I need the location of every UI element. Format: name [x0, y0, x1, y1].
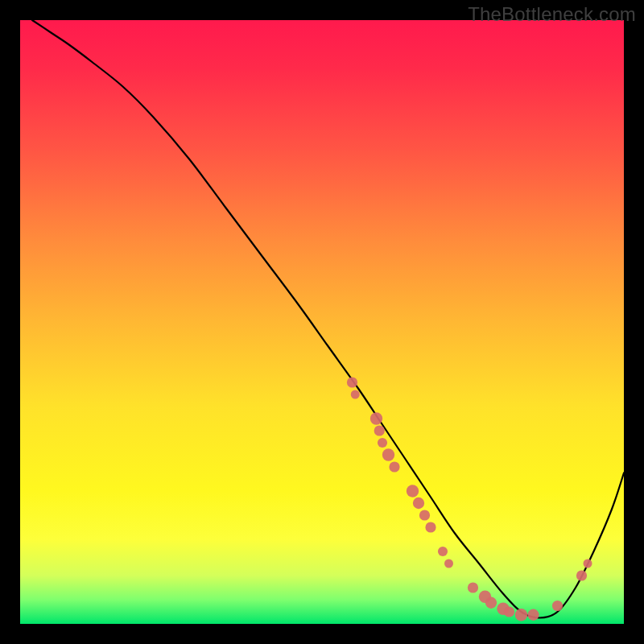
- scatter-dot: [407, 485, 419, 497]
- scatter-dot: [389, 461, 399, 472]
- scatter-dot: [347, 377, 357, 387]
- scatter-dot: [468, 582, 478, 592]
- scatter-dot: [351, 390, 360, 399]
- scatter-dot: [438, 547, 448, 556]
- scatter-dot: [370, 412, 382, 424]
- scatter-group: [347, 377, 592, 621]
- scatter-dot: [515, 609, 527, 621]
- scatter-dot: [485, 597, 497, 609]
- scatter-dot: [584, 559, 592, 568]
- scatter-dot: [552, 601, 563, 611]
- scatter-dot: [504, 606, 514, 617]
- scatter-dot: [425, 522, 436, 532]
- scatter-dot: [374, 425, 385, 436]
- scatter-dot: [413, 497, 424, 509]
- scatter-dot: [527, 609, 539, 621]
- scatter-dot: [419, 510, 430, 520]
- scatter-dot: [444, 559, 453, 568]
- scatter-dot: [378, 438, 387, 448]
- scatter-dot: [576, 570, 587, 580]
- chart-svg: [20, 20, 624, 624]
- bottleneck-curve: [32, 20, 624, 618]
- scatter-dot: [382, 448, 394, 460]
